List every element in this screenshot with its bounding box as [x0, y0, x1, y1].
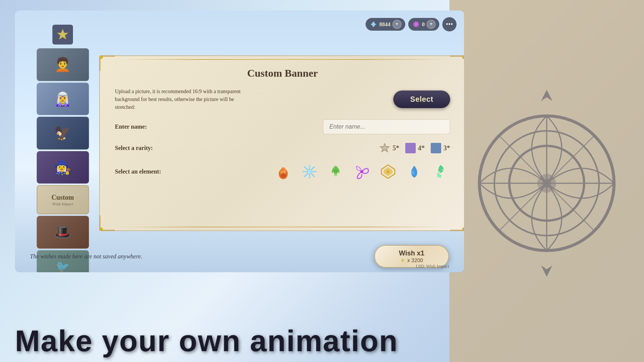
element-pyro[interactable] [274, 162, 293, 181]
right-emblem [457, 19, 637, 348]
svg-marker-10 [541, 266, 552, 277]
crystals-badge: 0 + [408, 18, 440, 31]
wish-cost: x 3200 [400, 257, 423, 263]
rarity-4-icon [405, 143, 416, 153]
element-hydro[interactable] [405, 162, 424, 181]
sidebar-star-icon [52, 25, 73, 45]
footer-big-text: Make your own animation [15, 324, 449, 358]
sidebar-item-custom[interactable]: Custom Wish Impact [37, 185, 89, 214]
custom-label: Custom [51, 194, 74, 202]
svg-point-14 [99, 55, 103, 59]
dialog-bottom-border [120, 227, 445, 227]
rarity-3-option[interactable]: 3* [431, 143, 450, 153]
bottom-bar: The wishes made here are not saved anywh… [15, 240, 464, 272]
element-geo[interactable] [378, 162, 398, 181]
primogem-icon [369, 20, 378, 28]
upload-description: Upload a picture, it is recommended 16:9… [115, 88, 254, 111]
sidebar-item-char3[interactable]: 🦅 [37, 117, 89, 149]
custom-sublabel: Wish Impact [51, 202, 74, 206]
rarity-3-icon [431, 143, 441, 153]
crystal-icon [412, 20, 420, 28]
element-section: Select an element: [115, 162, 450, 181]
custom-banner-dialog: Custom Banner Upload a picture, it is re… [99, 55, 464, 231]
svg-point-28 [308, 170, 311, 174]
left-sidebar: 🧑‍🦱 🧝‍♀️ 🦅 🧙‍♀️ Custom Wish Impact [30, 21, 95, 272]
svg-point-39 [412, 171, 414, 174]
sidebar-item-char4[interactable]: 🧙‍♀️ [37, 151, 89, 184]
footer-area: Make your own animation [15, 324, 449, 358]
svg-marker-40 [400, 258, 405, 262]
wish-label: Wish x1 [399, 249, 424, 257]
svg-point-23 [281, 173, 286, 178]
name-input[interactable] [323, 119, 450, 134]
game-frame: 8844 + 0 + ••• [15, 10, 464, 272]
wish-cost-value: x 3200 [407, 257, 423, 263]
corner-tr [448, 54, 464, 73]
rarity-4-label: 4* [418, 144, 425, 152]
disclaimer-text: The wishes made here are not saved anywh… [30, 253, 142, 260]
svg-point-16 [99, 227, 103, 231]
dialog-title: Custom Banner [115, 67, 450, 79]
rarity-options: 5* 4* 3* [379, 142, 450, 154]
element-label: Select an element: [115, 168, 175, 175]
element-anemo[interactable] [352, 162, 372, 181]
add-primogems-button[interactable]: + [393, 20, 402, 29]
corner-bl [98, 214, 117, 232]
rarity-label: Select a rarity: [115, 145, 175, 151]
dialog-top-border [120, 59, 445, 60]
wish-cost-icon [400, 258, 405, 263]
svg-point-34 [360, 170, 363, 173]
svg-point-22 [284, 170, 286, 174]
primogems-value: 8844 [379, 21, 391, 28]
svg-marker-9 [541, 90, 552, 101]
name-label: Enter name: [115, 123, 175, 130]
rarity-5-icon [379, 142, 390, 154]
top-hud: 8844 + 0 + ••• [366, 17, 457, 31]
svg-point-38 [387, 171, 389, 173]
upload-section: Upload a picture, it is recommended 16:9… [115, 88, 450, 111]
sidebar-item-char1[interactable]: 🧑‍🦱 [37, 48, 89, 81]
name-section: Enter name: [115, 119, 450, 134]
crystals-value: 0 [422, 21, 425, 28]
add-crystals-button[interactable]: + [427, 20, 436, 29]
element-electro[interactable] [431, 162, 450, 181]
element-cryo[interactable] [300, 162, 319, 181]
sidebar-item-char2[interactable]: 🧝‍♀️ [37, 83, 89, 115]
element-dendro[interactable] [326, 162, 345, 181]
emblem-icon [472, 71, 622, 295]
corner-tl [98, 54, 117, 73]
svg-marker-18 [380, 144, 389, 152]
primogems-badge: 8844 + [366, 18, 405, 31]
rarity-5-label: 5* [393, 144, 399, 152]
select-button[interactable]: Select [393, 90, 450, 108]
svg-point-8 [542, 179, 551, 188]
svg-point-33 [333, 169, 338, 174]
rarity-4-option[interactable]: 4* [405, 143, 425, 153]
corner-br [448, 214, 464, 232]
menu-button[interactable]: ••• [442, 17, 457, 31]
svg-marker-13 [57, 29, 68, 39]
uid-text: UID: Wish Impact [416, 264, 449, 269]
rarity-5-option[interactable]: 5* [379, 142, 399, 154]
svg-point-12 [414, 22, 418, 26]
element-options [274, 162, 450, 181]
rarity-3-label: 3* [443, 144, 450, 152]
rarity-section: Select a rarity: 5* 4* [115, 142, 450, 154]
